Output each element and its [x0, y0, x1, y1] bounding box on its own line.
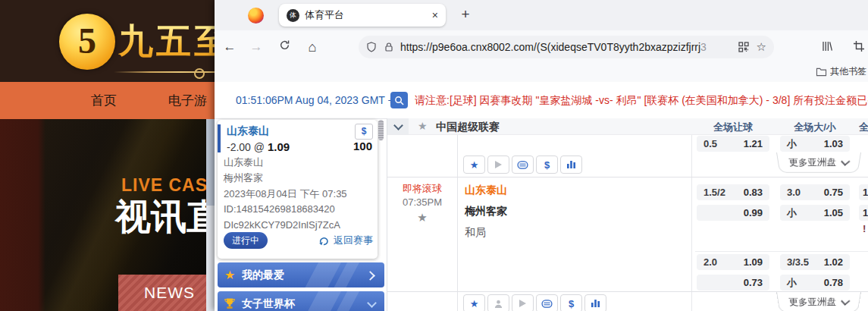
bookmarks-bar: 其他书签: [215, 64, 868, 83]
trophy-icon: [224, 297, 236, 311]
live-play-button[interactable]: [487, 156, 509, 174]
markets-icon: [541, 300, 553, 308]
back-to-event-label: 返回赛事: [334, 234, 373, 247]
odds-cell-cutoff[interactable]: 1: [859, 184, 868, 200]
sidebar-scrollbar-thumb[interactable]: [378, 120, 384, 140]
server-clock: 01:51:06PM Aug 04, 2023 GMT +8: [236, 82, 400, 118]
other-bookmarks-button[interactable]: 其他书签: [816, 65, 866, 78]
odds-value: 1.02: [824, 256, 843, 268]
search-button[interactable]: [390, 92, 408, 108]
return-arrow-icon: [318, 235, 330, 246]
odds-cell-overunder[interactable]: 3/3.51.02: [780, 254, 850, 270]
favorite-match-button[interactable]: ★: [463, 294, 485, 311]
favorites-label: 我的最爱: [242, 269, 284, 282]
dollar-icon: $: [569, 299, 574, 309]
commentary-button[interactable]: [487, 294, 509, 311]
more-asian-markets-label: 更多亚洲盘: [788, 296, 837, 309]
screenshot-crop-icon[interactable]: [853, 40, 865, 55]
overunder-side: 小: [787, 137, 797, 151]
favorites-banner[interactable]: ★ 我的最爱: [218, 262, 384, 287]
page-content: 01:51:06PM Aug 04, 2023 GMT +8 请注意:[足球] …: [215, 82, 868, 311]
url-text-faded: 3: [700, 41, 707, 53]
brand-logo-glyph: 5: [78, 20, 96, 61]
odds-value: 1.03: [824, 138, 843, 149]
tab-close-icon[interactable]: ×: [432, 9, 438, 21]
back-button[interactable]: ←: [221, 38, 239, 56]
site-page-scrollbar[interactable]: [206, 119, 215, 311]
dollar-icon: $: [544, 160, 550, 170]
bet-money-button[interactable]: $: [560, 294, 582, 311]
hero-banner: LIVE CASIN 视讯直 NEWS 3、: [0, 119, 215, 311]
collapse-league-button[interactable]: [387, 118, 409, 134]
bet-slip-card: 山东泰山 $ -2.00 @ 1.09 100 山东泰山 梅州客家 2023年0…: [218, 120, 378, 259]
back-to-event-link[interactable]: 返回赛事: [318, 234, 373, 247]
odds-value: 0.73: [744, 277, 763, 288]
odds-cell-overunder[interactable]: 3.00.75: [780, 184, 850, 200]
reload-button[interactable]: [275, 38, 293, 56]
league-star-icon[interactable]: ★: [418, 120, 428, 132]
qr-code-icon[interactable]: [738, 42, 749, 52]
overunder-side: 小: [787, 206, 797, 220]
person-icon: [494, 299, 503, 309]
league-header-row: ★ 中国超级联赛 全场让球 全场大/小 全: [387, 118, 868, 135]
alert-fragment: !: [863, 223, 866, 234]
home-button[interactable]: ⌂: [303, 38, 321, 56]
new-tab-button[interactable]: +: [456, 5, 475, 24]
stats-button[interactable]: [584, 294, 606, 311]
firefox-view-icon[interactable]: [248, 8, 264, 24]
brand-logo-icon[interactable]: 5: [59, 14, 115, 70]
live-play-button[interactable]: [512, 294, 534, 311]
handicap-value: 2.0: [703, 256, 717, 268]
more-asian-markets-button[interactable]: 更多亚洲盘: [776, 292, 861, 311]
reload-icon: [279, 39, 290, 51]
url-text: https://p9e6oa.cnx8002.com/(S(xideqseTV0…: [400, 41, 700, 53]
markets-button[interactable]: [512, 156, 534, 174]
column-divider: [457, 134, 458, 311]
odds-cell-cutoff[interactable]: 1: [859, 205, 868, 221]
odds-cell-overunder[interactable]: 小1.05: [780, 205, 850, 221]
odds-cell-handicap[interactable]: 0.73: [697, 275, 769, 291]
odds-cell-handicap[interactable]: 0.51.21: [697, 136, 769, 152]
forward-button[interactable]: →: [247, 38, 265, 56]
column-header-overunder: 全场大/小: [780, 121, 850, 134]
site-nav: 首页 电子游: [0, 82, 215, 119]
bet-slip-accent-bar: [218, 124, 221, 152]
nav-item-egames[interactable]: 电子游: [168, 82, 207, 119]
site-header: 5 九五至: [0, 0, 215, 82]
bookmark-star-icon[interactable]: ☆: [757, 40, 766, 54]
bet-id: ID:148154269818683420: [224, 203, 335, 215]
more-asian-markets-button[interactable]: 更多亚洲盘: [776, 152, 861, 173]
tab-favicon-icon: 体: [287, 9, 299, 22]
library-icon[interactable]: [821, 40, 833, 55]
odds-cell-handicap[interactable]: 1.5/20.83: [697, 184, 769, 200]
away-team-name: 梅州客家: [465, 205, 507, 218]
womens-worldcup-banner[interactable]: 女子世界杯: [218, 291, 384, 311]
browser-tab-sports[interactable]: 体 体育平台 ×: [279, 4, 446, 27]
chevron-right-icon: [365, 271, 375, 281]
stats-button[interactable]: [560, 156, 582, 174]
match-status: 即将滚球: [387, 182, 457, 196]
odds-cell-handicap[interactable]: 2.01.09: [697, 254, 769, 270]
nav-item-home[interactable]: 首页: [91, 82, 117, 119]
browser-tab-bar: 体 体育平台 × +: [215, 0, 868, 30]
news-banner[interactable]: NEWS 3、: [118, 275, 215, 311]
column-divider: [691, 134, 692, 311]
odds-value: 1.21: [744, 138, 763, 149]
odds-cell-overunder[interactable]: 小1.03: [780, 136, 850, 152]
odds-line-divider: [695, 251, 868, 252]
bet-ref-code: DIc92kKCY79D2InlSj7ZcA: [224, 219, 340, 231]
bet-money-button[interactable]: $: [536, 156, 558, 174]
odds-cell-handicap[interactable]: 0.99: [697, 205, 769, 221]
row-divider: [387, 177, 868, 177]
markets-button[interactable]: [536, 294, 558, 311]
lock-icon[interactable]: [384, 42, 394, 52]
bet-home-team: 山东泰山: [224, 156, 263, 169]
favorite-match-button[interactable]: ★: [463, 156, 485, 174]
overunder-side: 小: [787, 276, 797, 290]
match-favorite-star-icon[interactable]: ★: [387, 211, 457, 225]
address-bar[interactable]: https://p9e6oa.cnx8002.com/(S(xideqseTV0…: [359, 36, 774, 58]
shield-icon[interactable]: [366, 42, 377, 52]
odds-cell-overunder[interactable]: 小0.78: [780, 275, 850, 291]
currency-badge: $: [355, 124, 373, 140]
odds-value: 0.99: [744, 207, 763, 218]
